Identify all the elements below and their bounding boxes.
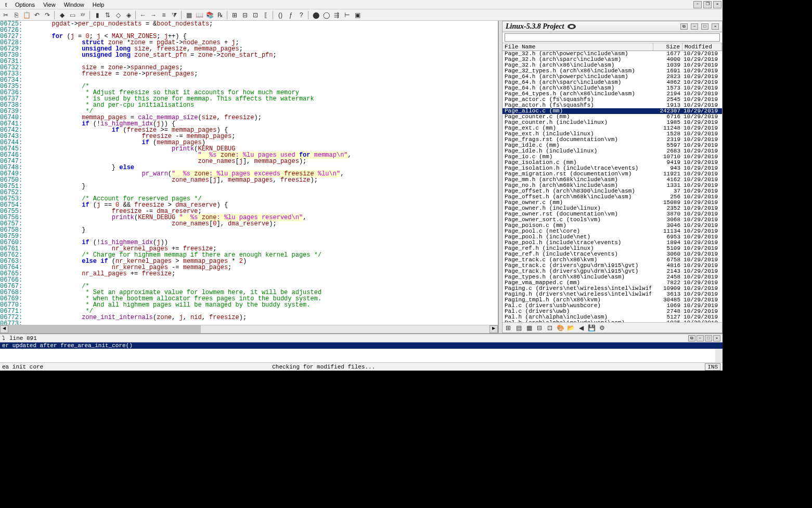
panel-maximize-button[interactable]: □ [701, 23, 708, 30]
column-modified[interactable]: Modified [682, 43, 722, 50]
help-icon[interactable]: ? [297, 10, 306, 20]
proj-open-icon[interactable]: 📂 [566, 323, 575, 333]
bookmark-red-icon[interactable]: ◆ [57, 10, 67, 20]
project-logo-icon [567, 23, 576, 30]
menu-t[interactable]: t [1, 1, 11, 8]
menu-window[interactable]: Window [60, 1, 88, 8]
status-message: Checking for modified files... [272, 364, 375, 370]
rec1-icon[interactable]: ⬤ [311, 10, 320, 20]
books1-icon[interactable]: 📖 [195, 10, 204, 20]
status-bar: ea init core Checking for modified files… [0, 362, 723, 371]
project-panel: Linux-5.3.8 Project ⧉ − □ × File Name Si… [502, 21, 723, 333]
panel-float-button[interactable]: ⧉ [680, 23, 688, 30]
fn-icon[interactable]: ƒ [286, 10, 295, 20]
project-list-header: File Name Size Modified [502, 43, 722, 51]
xy-icon[interactable]: ᵡʸ [78, 10, 87, 20]
project-title: Linux-5.3.8 Project [506, 22, 564, 31]
flow-icon[interactable]: ⇶ [332, 10, 341, 20]
minimize-button[interactable]: − [693, 1, 702, 8]
goto-icon[interactable]: ⤵ [2, 335, 5, 341]
filter-icon[interactable]: ⧩ [170, 10, 179, 20]
close-button[interactable]: × [713, 1, 721, 8]
column-filename[interactable]: File Name [502, 43, 653, 50]
grid3-icon[interactable]: ⊡ [251, 10, 260, 20]
forward-icon[interactable]: → [149, 10, 158, 20]
grid1-icon[interactable]: ⊞ [230, 10, 239, 20]
paste-icon[interactable]: 📋 [22, 10, 31, 20]
main-toolbar: ✂⎘📋↶↷◆▭ᵡʸ▮⇅◇◈←→≡⧩▦📖📚℞⊞⊟⊡⟦()ƒ?⬤◯⇶⊢▣ [0, 9, 723, 21]
undo-icon[interactable]: ↶ [32, 10, 42, 20]
list-icon[interactable]: ≡ [159, 10, 169, 20]
proj-grid-icon[interactable]: ▦ [524, 323, 534, 333]
menu-help[interactable]: Help [88, 1, 109, 8]
status-insert-mode: INS [705, 363, 720, 371]
output-vertical-scrollbar[interactable] [715, 349, 723, 362]
code-editor-pane: 06725: pgdat->per_cpu_nodestats = &boot_… [0, 21, 499, 333]
output-panel: ⤵ line 891 ⧉ − □ × er updated after free… [0, 333, 723, 362]
bookmark-o2-icon[interactable]: ◈ [124, 10, 133, 20]
project-file-list[interactable]: Page_32.h (arch\powerpc\include\asm)1677… [502, 51, 722, 322]
proj-doc-icon[interactable]: ▤ [514, 323, 523, 333]
search-result-line[interactable]: er updated after free_area_init_core() [0, 342, 723, 349]
project-toolbar: ⊞▤▦⊟⊡🎨📂◀💾⚙ [502, 322, 722, 333]
panel-close-button[interactable]: × [712, 23, 719, 30]
code-editor[interactable]: 06725: pgdat->per_cpu_nodestats = &boot_… [0, 21, 498, 325]
horizontal-scrollbar[interactable]: ◀ ▶ [0, 325, 498, 333]
scissors-icon[interactable]: ✂ [1, 10, 10, 20]
panel-minimize-button[interactable]: − [691, 23, 698, 30]
status-command-input[interactable]: ea init core [2, 364, 43, 370]
window-icon[interactable]: ▣ [353, 10, 362, 20]
output-maximize-button[interactable]: □ [705, 335, 712, 341]
highlight-icon[interactable]: ▭ [68, 10, 77, 20]
rec2-icon[interactable]: ◯ [321, 10, 331, 20]
bookmark-o-icon[interactable]: ◇ [113, 10, 123, 20]
back-icon[interactable]: ← [138, 10, 148, 20]
menu-bar: tOptionsViewWindowHelp − ❐ × [0, 0, 723, 9]
column-size[interactable]: Size [653, 43, 682, 50]
sort-icon[interactable]: ⇅ [103, 10, 112, 20]
tree-icon[interactable]: ⊢ [342, 10, 352, 20]
output-float-button[interactable]: ⧉ [688, 335, 695, 341]
paren-icon[interactable]: () [276, 10, 285, 20]
proj-props-icon[interactable]: ⚙ [597, 323, 607, 333]
proj-tree-icon[interactable]: ⊞ [504, 323, 513, 333]
proj-prev-icon[interactable]: ◀ [576, 323, 586, 333]
block-red-icon[interactable]: ▮ [93, 10, 102, 20]
grid2-icon[interactable]: ⊟ [240, 10, 250, 20]
ruler-icon[interactable]: ⟦ [261, 10, 270, 20]
proj-refs-icon[interactable]: ⊡ [545, 323, 555, 333]
scroll-left-button[interactable]: ◀ [0, 325, 8, 333]
proj-disk-icon[interactable]: 💾 [587, 323, 596, 333]
svg-point-1 [570, 26, 574, 28]
scroll-right-button[interactable]: ▶ [489, 325, 498, 333]
project-search-input[interactable] [505, 33, 720, 42]
menu-view[interactable]: View [39, 1, 60, 8]
view1-icon[interactable]: ▦ [184, 10, 194, 20]
line-indicator: line 891 [9, 335, 37, 341]
output-minimize-button[interactable]: − [697, 335, 704, 341]
menu-options[interactable]: Options [11, 1, 39, 8]
output-close-button[interactable]: × [713, 335, 720, 341]
ref-icon[interactable]: ℞ [215, 10, 225, 20]
copy-icon[interactable]: ⎘ [11, 10, 21, 20]
proj-tile-icon[interactable]: ⊟ [535, 323, 544, 333]
proj-palette-icon[interactable]: 🎨 [556, 323, 565, 333]
books2-icon[interactable]: 📚 [205, 10, 214, 20]
maximize-button[interactable]: ❐ [703, 1, 712, 8]
redo-icon[interactable]: ↷ [43, 10, 52, 20]
